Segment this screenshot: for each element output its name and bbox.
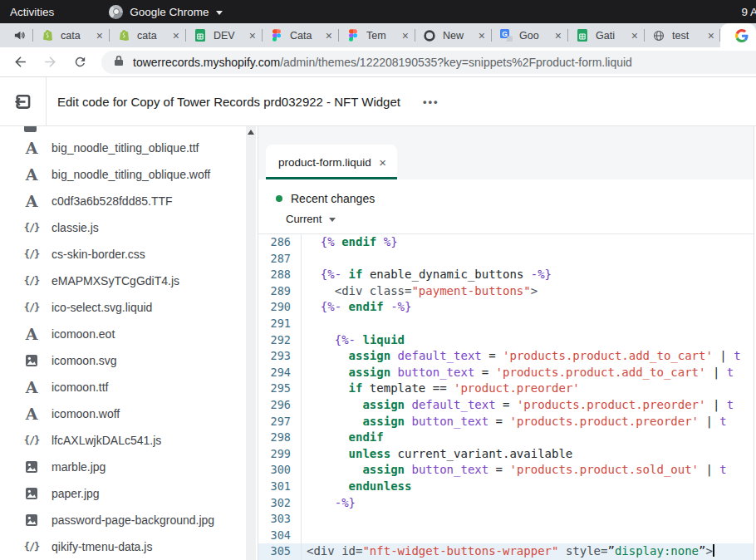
file-item[interactable]: {/}classie.js xyxy=(0,214,246,241)
code-line[interactable]: 294 assign button_text = 'products.produ… xyxy=(258,365,754,381)
file-item[interactable]: Aicomoon.eot xyxy=(0,321,246,347)
editor-tab-close-icon[interactable]: × xyxy=(379,155,386,169)
line-number: 297 xyxy=(258,414,302,430)
browser-tab[interactable]: cata× xyxy=(109,23,185,47)
file-name: icomoon.eot xyxy=(52,327,115,341)
code-text: unless current_variant.available xyxy=(302,446,754,463)
file-name: c0df3a6b528fdd85.TTF xyxy=(52,194,173,208)
file-item[interactable]: password-page-background.jpg xyxy=(0,507,246,533)
file-item[interactable]: paper.jpg xyxy=(0,480,246,507)
tab-close-icon[interactable]: × xyxy=(708,30,714,42)
file-item[interactable]: {/}lfcAXLwjkDALc541.js xyxy=(0,427,246,454)
file-name: marble.jpg xyxy=(52,460,106,474)
app-menu[interactable]: Google Chrome xyxy=(109,5,222,19)
tab-close-icon[interactable]: × xyxy=(555,30,562,42)
code-text xyxy=(302,511,754,528)
more-actions-button[interactable]: ••• xyxy=(423,96,439,108)
file-name: lfcAXLwjkDALc541.js xyxy=(52,434,161,447)
editor-file-tab[interactable]: product-form.liquid × xyxy=(266,145,397,179)
browser-tab[interactable]: cata× xyxy=(32,23,109,47)
code-line[interactable]: 292 {%- liquid xyxy=(258,332,754,349)
code-line[interactable]: 293 assign default_text = 'products.prod… xyxy=(258,348,754,365)
green-status-dot xyxy=(276,195,282,202)
code-line[interactable]: 290 {%- endif -%} xyxy=(258,299,754,316)
code-line[interactable]: 291 xyxy=(258,316,754,332)
file-name: paper.jpg xyxy=(52,487,100,500)
ring-favicon xyxy=(423,29,436,42)
browser-tab[interactable]: DEV× xyxy=(185,23,262,47)
file-item[interactable]: marble.jpg xyxy=(0,454,246,480)
reload-button[interactable] xyxy=(70,52,90,72)
code-line[interactable]: 297 assign button_text = 'products.produ… xyxy=(258,414,754,430)
file-item[interactable]: Abig_noodle_titling_oblique.ttf xyxy=(0,135,246,161)
image-file-icon xyxy=(23,513,40,527)
activities-button[interactable]: Activities xyxy=(10,6,54,18)
file-item[interactable]: {/}cs-skin-border.css xyxy=(0,241,246,268)
sidebar-scrollbar[interactable] xyxy=(246,126,256,560)
browser-tab[interactable]: Cata× xyxy=(262,23,338,47)
code-line[interactable]: 300 assign button_text = 'products.produ… xyxy=(258,462,754,479)
browser-tab[interactable]: New× xyxy=(415,23,491,47)
code-line[interactable]: 296 assign default_text = 'products.prod… xyxy=(258,397,754,414)
file-item[interactable]: Aicomoon.woff xyxy=(0,400,246,427)
code-line[interactable]: 289 <div class="payment-buttons"> xyxy=(258,283,754,300)
code-line[interactable]: 287 xyxy=(258,251,754,268)
version-selector[interactable]: Current xyxy=(286,213,754,225)
file-item[interactable]: {/}ico-select.svg.liquid xyxy=(0,294,246,321)
code-line[interactable]: 286 {% endif %} xyxy=(258,234,754,251)
browser-tab[interactable]: GGoo× xyxy=(491,23,567,47)
file-item[interactable]: {/}eMAPMXSyTCgGdiT4.js xyxy=(0,268,246,294)
back-button[interactable] xyxy=(10,52,30,72)
tab-close-icon[interactable]: × xyxy=(402,30,409,42)
code-text: {%- liquid xyxy=(302,332,754,349)
tab-close-icon[interactable]: × xyxy=(173,30,179,42)
file-item[interactable]: Aicomoon.ttf xyxy=(0,374,246,400)
line-number: 301 xyxy=(258,479,302,495)
text-cursor xyxy=(713,544,714,557)
browser-tab[interactable]: Tem× xyxy=(338,23,415,47)
tab-close-icon[interactable]: × xyxy=(249,30,256,42)
scroll-up-arrow-icon[interactable] xyxy=(248,130,254,135)
tab-close-icon[interactable]: × xyxy=(631,30,638,42)
browser-tab-active[interactable] xyxy=(720,23,756,47)
tab-close-icon[interactable]: × xyxy=(479,30,485,42)
code-file-icon: {/} xyxy=(23,275,40,287)
exit-code-editor-button[interactable] xyxy=(0,77,47,125)
forward-button[interactable] xyxy=(40,52,60,72)
file-name: password-page-background.jpg xyxy=(52,513,214,527)
translate-favicon: G xyxy=(499,29,513,42)
file-item[interactable]: {/}qikify-tmenu-data.js xyxy=(0,533,246,560)
tab-close-icon[interactable]: × xyxy=(326,30,332,42)
code-text: {% endif %} xyxy=(302,234,754,251)
font-file-icon: A xyxy=(23,406,40,422)
tab-title: Tem xyxy=(366,30,399,42)
line-number: 302 xyxy=(258,495,302,512)
code-line[interactable]: 299 unless current_variant.available xyxy=(258,446,754,463)
browser-tab[interactable]: Gati× xyxy=(567,23,644,47)
screen: Activities Google Chrome 9 A cata×cata×D… xyxy=(0,0,756,560)
code-line[interactable]: 302 -%} xyxy=(258,495,754,512)
line-number: 295 xyxy=(258,381,302,397)
code-line[interactable]: 305<div id="nft-widget-buttons-wrapper" … xyxy=(258,543,754,560)
code-line[interactable]: 303 xyxy=(258,511,754,528)
file-item[interactable]: Abig_noodle_titling_oblique.woff xyxy=(0,161,246,188)
code-line[interactable]: 298 endif xyxy=(258,430,754,446)
app-header: Edit code for Copy of Tower Records prd0… xyxy=(0,77,756,126)
line-number: 292 xyxy=(258,332,302,349)
file-name: cs-skin-border.css xyxy=(52,248,145,261)
code-line[interactable]: 301 endunless xyxy=(258,479,754,495)
chevron-down-icon xyxy=(329,218,336,222)
file-item[interactable]: icomoon.svg xyxy=(0,347,246,374)
code-line[interactable]: 304 xyxy=(258,528,754,544)
browser-tab[interactable]: test× xyxy=(644,23,720,47)
code-line[interactable]: 295 if template == 'product.preorder' xyxy=(258,381,754,397)
tab-close-icon[interactable]: × xyxy=(96,30,103,42)
code-area[interactable]: 286 {% endif %}287288 {%- if enable_dyna… xyxy=(258,234,754,560)
file-item[interactable]: Ac0df3a6b528fdd85.TTF xyxy=(0,188,246,214)
address-bar[interactable]: towerrecords.myshopify.com/admin/themes/… xyxy=(101,51,756,74)
code-text xyxy=(302,316,754,332)
file-name: big_noodle_titling_oblique.woff xyxy=(52,168,210,181)
file-name: qikify-tmenu-data.js xyxy=(52,540,152,553)
code-line[interactable]: 288 {%- if enable_dynamic_buttons -%} xyxy=(258,267,754,283)
lock-icon xyxy=(114,55,124,70)
